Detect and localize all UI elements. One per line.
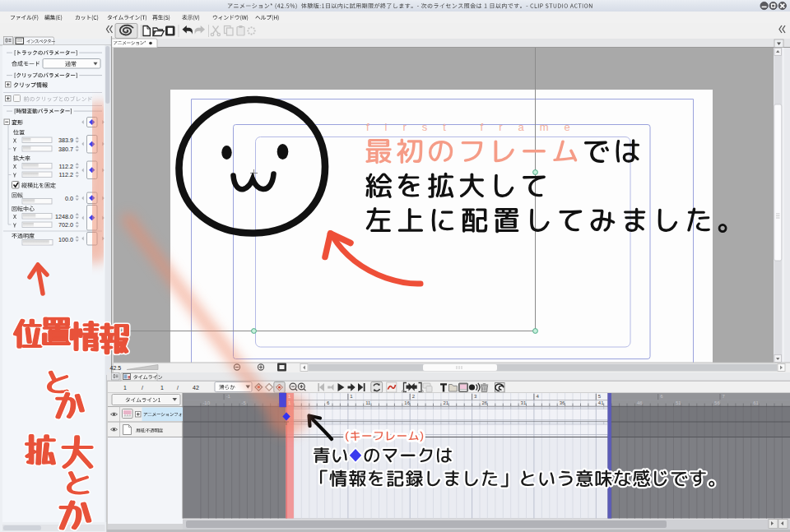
svg-text:/: / xyxy=(142,385,143,391)
svg-text:112.2: 112.2 xyxy=(59,171,73,178)
svg-text:383.9: 383.9 xyxy=(58,136,73,144)
svg-text:42.5: 42.5 xyxy=(110,365,122,371)
svg-text:0.0: 0.0 xyxy=(65,195,73,202)
svg-text:-1: -1 xyxy=(226,394,231,399)
svg-text:31: 31 xyxy=(521,400,527,405)
svg-text:1248.0: 1248.0 xyxy=(55,213,73,220)
svg-text:36: 36 xyxy=(560,400,565,405)
svg-text:42: 42 xyxy=(193,385,199,391)
svg-text:11: 11 xyxy=(365,400,371,405)
svg-text:16: 16 xyxy=(404,400,410,405)
svg-text:41: 41 xyxy=(598,400,604,405)
svg-text:51: 51 xyxy=(676,400,681,405)
svg-text:46: 46 xyxy=(637,400,643,405)
svg-text:/: / xyxy=(177,385,179,391)
svg-text:-5: -5 xyxy=(241,400,246,405)
svg-text:21: 21 xyxy=(443,400,448,405)
svg-text:100.0: 100.0 xyxy=(58,236,73,243)
svg-text:112.2: 112.2 xyxy=(59,163,73,170)
svg-text:702.0: 702.0 xyxy=(58,221,73,229)
svg-text:56: 56 xyxy=(714,400,720,405)
svg-text:1: 1 xyxy=(123,385,127,391)
svg-text:380.7: 380.7 xyxy=(58,146,73,153)
svg-text:26: 26 xyxy=(482,400,488,405)
svg-text:1: 1 xyxy=(160,385,164,391)
svg-text:first frame: first frame xyxy=(366,121,586,133)
svg-text:61: 61 xyxy=(753,400,759,405)
svg-text:-10: -10 xyxy=(202,400,210,405)
